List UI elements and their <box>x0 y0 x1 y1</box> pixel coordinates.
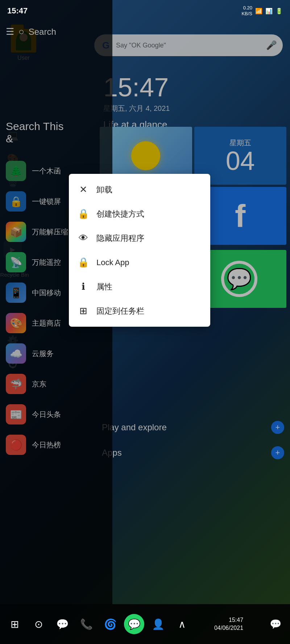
taskbar-whatsapp-icon[interactable]: 💬 <box>124 614 144 634</box>
taskbar-chevron-up-icon[interactable]: ∧ <box>172 614 192 634</box>
context-lock-app[interactable]: 🔒 Lock App <box>69 250 210 275</box>
taskbar-windows-icon[interactable]: ⊞ <box>4 614 25 634</box>
taskbar-time: 15:47 04/06/2021 <box>214 616 243 632</box>
context-hide-label: 隐藏应用程序 <box>96 233 144 244</box>
lock2-icon: 🔒 <box>78 257 89 268</box>
context-uninstall[interactable]: ✕ 卸载 <box>69 177 210 202</box>
context-menu: ✕ 卸载 🔒 创建快捷方式 👁 隐藏应用程序 🔒 Lock App ℹ 属性 ⊞… <box>69 174 210 327</box>
eye-icon: 👁 <box>78 233 89 244</box>
taskbar-icons: ⊞ ⊙ 💬 📞 🌀 💬 👤 ∧ <box>4 614 192 634</box>
context-properties-label: 属性 <box>96 281 112 292</box>
status-bar: 15:47 0.20KB/S 📶 📊 🔋 <box>0 0 290 22</box>
context-lock-label: Lock App <box>96 258 129 267</box>
context-pin-taskbar[interactable]: ⊞ 固定到任务栏 <box>69 299 210 323</box>
status-icons: 0.20KB/S 📶 📊 🔋 <box>241 5 283 16</box>
close-icon: ✕ <box>78 184 89 195</box>
lock-icon: 🔒 <box>78 208 89 219</box>
taskbar-message-icon[interactable]: 💬 <box>52 614 72 634</box>
signal-icon: 📊 <box>265 8 273 14</box>
windows-icon: ⊞ <box>78 305 89 317</box>
context-shortcut-label: 创建快捷方式 <box>96 209 144 219</box>
context-properties[interactable]: ℹ 属性 <box>69 275 210 299</box>
taskbar-date: 04/06/2021 <box>214 624 243 632</box>
context-create-shortcut[interactable]: 🔒 创建快捷方式 <box>69 202 210 226</box>
battery-icon: 🔋 <box>276 8 283 14</box>
taskbar-phone-icon[interactable]: 📞 <box>76 614 96 634</box>
taskbar: ⊞ ⊙ 💬 📞 🌀 💬 👤 ∧ 15:47 04/06/2021 💬 <box>0 604 290 644</box>
context-hide-app[interactable]: 👁 隐藏应用程序 <box>69 226 210 250</box>
taskbar-user-icon[interactable]: 👤 <box>148 614 168 634</box>
taskbar-clock: 15:47 <box>214 616 243 624</box>
taskbar-typhoon-icon[interactable]: 🌀 <box>100 614 120 634</box>
wifi-icon: 📶 <box>255 8 262 14</box>
network-speed: 0.20KB/S <box>241 5 252 16</box>
status-time: 15:47 <box>7 6 28 16</box>
taskbar-notification-icon[interactable]: 💬 <box>265 614 286 634</box>
context-uninstall-label: 卸载 <box>96 184 112 195</box>
info-icon: ℹ <box>78 281 89 292</box>
taskbar-home-icon[interactable]: ⊙ <box>28 614 49 634</box>
context-pin-label: 固定到任务栏 <box>96 306 144 317</box>
